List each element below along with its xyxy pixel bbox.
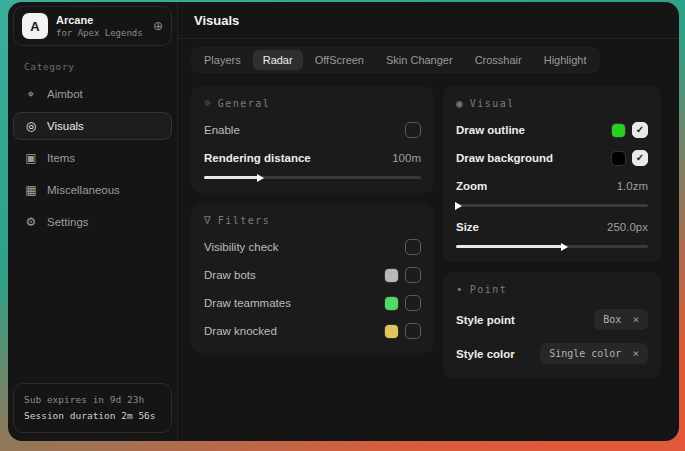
- draw-background-label: Draw background: [456, 152, 553, 164]
- slider-fill: [456, 245, 562, 248]
- sidebar-item-items[interactable]: ▣ Items: [13, 144, 172, 172]
- enable-label: Enable: [204, 124, 240, 136]
- visibility-check-checkbox[interactable]: ✓: [405, 239, 421, 255]
- draw-background-color-swatch[interactable]: [612, 152, 625, 165]
- sidebar-item-visuals[interactable]: ◎ Visuals: [13, 112, 172, 140]
- tab-skin-changer[interactable]: Skin Changer: [376, 50, 463, 70]
- app-header-card: A Arcane for Apex Legends ⊕: [13, 6, 172, 46]
- slider-thumb[interactable]: [561, 243, 568, 251]
- draw-background-checkbox[interactable]: ✓: [632, 150, 648, 166]
- funnel-icon: ∇: [204, 214, 211, 227]
- session-duration-text: Session duration 2m 56s: [24, 408, 161, 424]
- tab-bar: Players Radar OffScreen Skin Changer Cro…: [191, 47, 600, 73]
- sidebar-item-label: Aimbot: [47, 88, 83, 100]
- main-header: Visuals: [178, 2, 679, 39]
- draw-bots-checkbox[interactable]: ✓: [405, 267, 421, 283]
- filters-panel-title: ∇ Filters: [204, 214, 421, 227]
- category-label: Category: [24, 61, 173, 72]
- app-subtitle: for Apex Legends: [56, 28, 145, 38]
- draw-knocked-checkbox[interactable]: ✓: [405, 323, 421, 339]
- zoom-row: Zoom 1.0zm: [456, 178, 648, 194]
- zoom-slider[interactable]: [456, 204, 648, 207]
- tab-radar[interactable]: Radar: [253, 50, 303, 70]
- tab-offscreen[interactable]: OffScreen: [305, 50, 374, 70]
- panel-title-text: Point: [470, 284, 508, 295]
- visual-panel-title: ◉ Visual: [456, 97, 648, 110]
- sidebar-item-label: Settings: [47, 216, 89, 228]
- sidebar-item-aimbot[interactable]: ⌖ Aimbot: [13, 80, 172, 108]
- app-name: Arcane: [56, 14, 145, 26]
- app-window: A Arcane for Apex Legends ⊕ Category ⌖ A…: [8, 2, 679, 441]
- style-color-value: Single color: [549, 348, 621, 359]
- draw-bots-label: Draw bots: [204, 269, 256, 281]
- tab-players[interactable]: Players: [194, 50, 251, 70]
- point-panel: • Point Style point Box × Style color S: [443, 272, 661, 378]
- draw-outline-row: Draw outline ✓: [456, 122, 648, 138]
- style-color-row: Style color Single color ×: [456, 343, 648, 364]
- filters-panel: ∇ Filters Visibility check ✓ Draw bots ✓: [191, 203, 434, 353]
- dot-icon: •: [456, 283, 463, 296]
- rendering-distance-row: Rendering distance 100m: [204, 150, 421, 166]
- sidebar-item-label: Visuals: [47, 120, 84, 132]
- tabs-wrap: Players Radar OffScreen Skin Changer Cro…: [178, 39, 679, 73]
- size-label: Size: [456, 221, 479, 233]
- tab-crosshair[interactable]: Crosshair: [465, 50, 532, 70]
- point-panel-title: • Point: [456, 283, 648, 296]
- subscription-info-card: Sub expires in 9d 23h Session duration 2…: [13, 383, 172, 433]
- style-color-select[interactable]: Single color ×: [540, 343, 648, 364]
- gear-icon: ⚙: [24, 215, 38, 229]
- close-icon[interactable]: ×: [632, 347, 639, 360]
- draw-teammates-label: Draw teammates: [204, 297, 291, 309]
- main-area: Visuals Players Radar OffScreen Skin Cha…: [178, 2, 679, 441]
- draw-knocked-row: Draw knocked ✓: [204, 323, 421, 339]
- draw-teammates-row: Draw teammates ✓: [204, 295, 421, 311]
- enable-checkbox[interactable]: ✓: [405, 122, 421, 138]
- slider-fill: [204, 176, 258, 179]
- sun-icon: ☼: [204, 97, 211, 110]
- left-column: ☼ General Enable ✓ Rendering distance 10…: [191, 86, 434, 363]
- rendering-distance-label: Rendering distance: [204, 152, 311, 164]
- target-icon[interactable]: ⊕: [153, 19, 163, 33]
- visibility-check-row: Visibility check ✓: [204, 239, 421, 255]
- style-point-label: Style point: [456, 314, 515, 326]
- draw-bots-color-swatch[interactable]: [385, 269, 398, 282]
- crosshair-icon: ⌖: [24, 87, 38, 101]
- draw-knocked-color-swatch[interactable]: [385, 325, 398, 338]
- general-panel-title: ☼ General: [204, 97, 421, 110]
- zoom-value: 1.0zm: [617, 180, 648, 192]
- draw-teammates-checkbox[interactable]: ✓: [405, 295, 421, 311]
- size-value: 250.0px: [607, 221, 648, 233]
- grid-icon: ▦: [24, 183, 38, 197]
- size-slider[interactable]: [456, 245, 648, 248]
- cube-icon: ▣: [24, 151, 38, 165]
- sidebar-item-miscellaneous[interactable]: ▦ Miscellaneous: [13, 176, 172, 204]
- general-panel: ☼ General Enable ✓ Rendering distance 10…: [191, 86, 434, 193]
- sidebar-item-label: Miscellaneous: [47, 184, 120, 196]
- app-titles: Arcane for Apex Legends: [56, 14, 145, 38]
- draw-knocked-label: Draw knocked: [204, 325, 277, 337]
- draw-outline-color-swatch[interactable]: [612, 124, 625, 137]
- style-point-value: Box: [603, 314, 621, 325]
- enable-row: Enable ✓: [204, 122, 421, 138]
- draw-teammates-color-swatch[interactable]: [385, 297, 398, 310]
- eye-icon: ◉: [456, 97, 463, 110]
- style-color-label: Style color: [456, 348, 515, 360]
- rendering-distance-slider[interactable]: [204, 176, 421, 179]
- style-point-row: Style point Box ×: [456, 309, 648, 330]
- app-logo: A: [22, 13, 48, 39]
- draw-outline-checkbox[interactable]: ✓: [632, 122, 648, 138]
- right-column: ◉ Visual Draw outline ✓ Draw background: [443, 86, 661, 388]
- panel-title-text: Visual: [470, 98, 515, 109]
- tab-highlight[interactable]: Highlight: [534, 50, 597, 70]
- style-point-select[interactable]: Box ×: [594, 309, 648, 330]
- sidebar-item-label: Items: [47, 152, 75, 164]
- size-row: Size 250.0px: [456, 219, 648, 235]
- content: ☼ General Enable ✓ Rendering distance 10…: [178, 73, 679, 388]
- panel-title-text: Filters: [218, 215, 271, 226]
- slider-thumb[interactable]: [455, 202, 462, 210]
- sub-expires-text: Sub expires in 9d 23h: [24, 392, 161, 408]
- slider-thumb[interactable]: [257, 174, 264, 182]
- close-icon[interactable]: ×: [632, 313, 639, 326]
- draw-outline-label: Draw outline: [456, 124, 525, 136]
- sidebar-item-settings[interactable]: ⚙ Settings: [13, 208, 172, 236]
